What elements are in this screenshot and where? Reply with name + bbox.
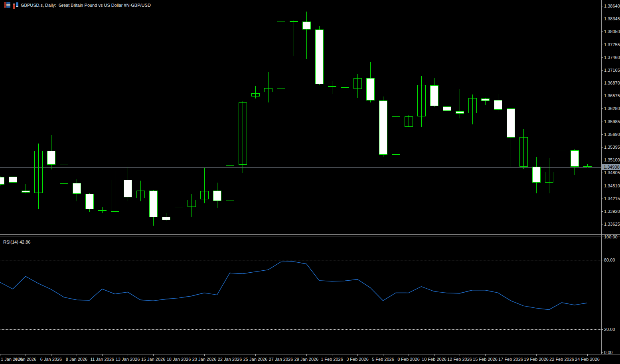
bull-candle-body [111, 180, 119, 212]
date-axis-label: 12 Feb 2026 [447, 357, 472, 362]
candle-wick [294, 20, 294, 56]
quotes-icon-cell-blue [6, 6, 10, 8]
current-price-tag: 1.34938 [602, 164, 620, 170]
price-axis-tick [601, 6, 603, 6]
bear-candle-body [149, 191, 158, 218]
price-axis-tick [601, 186, 603, 186]
quotes-icon-row [4, 2, 10, 4]
candle-wick [460, 89, 460, 119]
bear-candle-body [315, 30, 324, 85]
price-axis-tick [601, 134, 603, 135]
rsi-indicator-panel[interactable]: RSI(14) 42.86 [0, 236, 601, 354]
price-axis-label: 1.37460 [604, 55, 620, 60]
price-axis-line [601, 0, 602, 354]
current-price-line [0, 167, 601, 167]
date-axis-label: 5 Feb 2026 [372, 357, 394, 362]
bull-candle-body [519, 137, 528, 167]
date-axis-label: 6 Jan 2026 [40, 357, 62, 362]
bull-candle-body [545, 172, 553, 183]
price-axis-tick [601, 31, 603, 32]
price-axis-tick [601, 96, 603, 96]
rsi-axis-label: 20.00 [604, 327, 615, 332]
bear-candle-body [430, 85, 438, 106]
bear-candle-body [532, 167, 541, 183]
bull-candle-body [468, 98, 477, 113]
chart-icon-red-bar [13, 4, 15, 9]
bull-candle-body [558, 150, 566, 172]
quotes-list-icon[interactable] [4, 2, 10, 8]
price-axis-tick [601, 45, 603, 45]
chart-title: GBPUSD.s, Daily: Great Britain Pound vs … [21, 3, 151, 8]
date-axis-label: 15 Feb 2026 [473, 357, 498, 362]
date-axis-label: 25 Jan 2026 [243, 357, 268, 362]
panel-divider-line [0, 234, 620, 235]
bear-candle-body [85, 194, 94, 210]
bear-candle-body [507, 108, 515, 138]
bear-candle-body [9, 177, 17, 183]
chart-window: GBPUSD.s, Daily: Great Britain Pound vs … [0, 0, 620, 364]
price-axis-tick [601, 211, 603, 212]
date-axis-label: 29 Jan 2026 [294, 357, 319, 362]
bear-candle-body [124, 180, 132, 197]
date-axis-label: 17 Feb 2026 [498, 357, 523, 362]
bear-candle-body [302, 22, 311, 30]
date-axis-label: 11 Jan 2026 [90, 357, 114, 362]
quotes-icon-cell-blue [6, 4, 10, 6]
bear-candle-body [22, 191, 30, 193]
date-axis-label: 10 Feb 2026 [422, 357, 446, 362]
price-axis-label: 1.33625 [604, 222, 620, 226]
bull-candle-body [392, 116, 400, 155]
bear-candle-body [341, 87, 349, 88]
price-axis-label: 1.38345 [604, 16, 620, 21]
price-axis-tick [601, 173, 603, 173]
date-axis-line [0, 354, 620, 354]
bull-candle-body [200, 191, 209, 199]
price-axis-label: 1.36575 [604, 93, 620, 98]
price-axis-label: 1.34805 [604, 170, 620, 175]
date-axis-label: 22 Feb 2026 [549, 357, 574, 362]
price-axis-label: 1.35985 [604, 119, 620, 124]
chart-header: GBPUSD.s, Daily: Great Britain Pound vs … [4, 2, 151, 9]
price-axis-tick [601, 108, 603, 109]
bull-candle-body [290, 21, 298, 22]
price-axis-label: 1.35395 [604, 145, 620, 150]
date-axis-label: 19 Feb 2026 [524, 357, 549, 362]
date-axis-label: 15 Jan 2026 [141, 357, 166, 362]
price-axis-label: 1.38050 [604, 29, 620, 34]
date-axis-label: 1 Feb 2026 [321, 357, 343, 362]
bull-candle-body [277, 22, 285, 89]
bear-candle-body [47, 151, 55, 164]
date-axis-label: 27 Jan 2026 [269, 357, 293, 362]
bear-candle-body [0, 177, 4, 185]
quotes-icon-cell-red [4, 6, 6, 8]
candlestick-chart-panel[interactable] [0, 0, 601, 234]
candle-wick [345, 70, 345, 110]
chart-icon[interactable] [12, 2, 19, 8]
bear-candle-body [162, 217, 170, 220]
bull-candle-body [417, 85, 426, 116]
bear-candle-body [443, 106, 451, 111]
price-axis-tick [601, 160, 603, 160]
candle-wick [255, 86, 256, 98]
price-axis-tick [601, 147, 603, 148]
date-axis-label: 4 Jan 2026 [15, 357, 36, 362]
bull-candle-body [34, 151, 43, 193]
bear-candle-body [213, 191, 221, 201]
date-axis-label: 3 Feb 2026 [346, 357, 369, 362]
bull-candle-body [405, 116, 413, 126]
price-axis-label: 1.33920 [604, 209, 620, 214]
bear-candle-body [481, 98, 490, 101]
date-axis-label: 20 Jan 2026 [192, 357, 217, 362]
quotes-icon-cell-red [4, 4, 6, 6]
bull-candle-body [226, 165, 234, 201]
bear-candle-body [379, 100, 387, 155]
price-axis-label: 1.35100 [604, 157, 620, 162]
bull-candle-body [353, 78, 362, 89]
rsi-axis-tick [601, 260, 603, 260]
rsi-axis-tick [601, 352, 603, 353]
date-axis-label: 8 Jan 2026 [66, 357, 87, 362]
price-axis-label: 1.37165 [604, 68, 620, 73]
rsi-line-plot [0, 236, 601, 354]
quotes-icon-cell-red [4, 2, 6, 4]
bear-candle-body [73, 183, 81, 193]
